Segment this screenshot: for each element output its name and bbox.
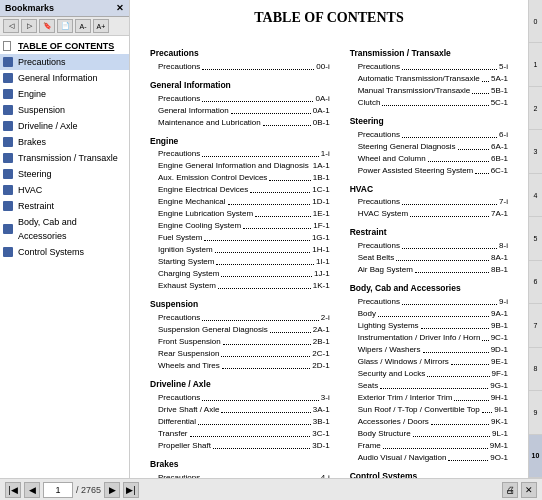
toc-item[interactable]: Precautions 7-i	[350, 196, 508, 208]
toc-item[interactable]: Air Bag System 8B-1	[350, 264, 508, 276]
toc-item[interactable]: Audio Visual / Navigation 9O-1	[350, 452, 508, 464]
toc-item[interactable]: Precautions 8-i	[350, 240, 508, 252]
toc-item[interactable]: Transfer 3C-1	[150, 428, 330, 440]
sidebar-item-restraint[interactable]: Restraint	[0, 198, 129, 214]
sidebar-item-hvac[interactable]: HVAC	[0, 182, 129, 198]
toc-item[interactable]: Precautions 9-i	[350, 296, 508, 308]
toc-item[interactable]: Precautions 5-i	[350, 61, 508, 73]
sidebar-item-toc[interactable]: TABLE OF CONTENTS	[0, 38, 129, 54]
toc-item[interactable]: Automatic Transmission/Transaxle 5A-1	[350, 73, 508, 85]
toc-item[interactable]: Instrumentation / Driver Info / Horn 9C-…	[350, 332, 508, 344]
close-icon[interactable]: ✕	[116, 3, 124, 13]
first-page-btn[interactable]: |◀	[5, 482, 21, 498]
right-tab-8[interactable]: 8	[529, 348, 542, 391]
toc-item[interactable]: Precautions 00-i	[150, 61, 330, 73]
bookmark-add-btn[interactable]: 🔖	[39, 19, 55, 33]
right-tab-4[interactable]: 4	[529, 174, 542, 217]
back-btn[interactable]: ◁	[3, 19, 19, 33]
toc-item[interactable]: Precautions 1-i	[150, 148, 330, 160]
right-tab-1[interactable]: 1	[529, 43, 542, 86]
right-tab-10[interactable]: 10	[529, 435, 542, 478]
toc-item[interactable]: HVAC System 7A-1	[350, 208, 508, 220]
toc-item[interactable]: Starting System 1I-1	[150, 256, 330, 268]
toc-item[interactable]: Precautions 3-i	[150, 392, 330, 404]
sidebar-item-brakes[interactable]: Brakes	[0, 134, 129, 150]
forward-btn[interactable]: ▷	[21, 19, 37, 33]
toc-item[interactable]: Seat Belts 8A-1	[350, 252, 508, 264]
toc-item[interactable]: General Information 0A-1	[150, 105, 330, 117]
toc-item[interactable]: Fuel System 1G-1	[150, 232, 330, 244]
text-smaller-btn[interactable]: A-	[75, 19, 91, 33]
toc-item[interactable]: Wipers / Washers 9D-1	[350, 344, 508, 356]
sidebar-item-suspension-label: Suspension	[18, 103, 65, 117]
text-larger-btn[interactable]: A+	[93, 19, 109, 33]
toc-item[interactable]: Precautions 0A-i	[150, 93, 330, 105]
book-icon-control	[3, 247, 15, 257]
last-page-btn[interactable]: ▶|	[123, 482, 139, 498]
close-btn[interactable]: ✕	[521, 482, 537, 498]
toc-item[interactable]: Aux. Emission Control Devices 1B-1	[150, 172, 330, 184]
print-btn[interactable]: 🖨	[502, 482, 518, 498]
book-icon-engine	[3, 89, 15, 99]
content-area: TABLE OF CONTENTS Precautions Precaution…	[130, 0, 528, 478]
right-tab-5[interactable]: 5	[529, 217, 542, 260]
toc-item[interactable]: Manual Transmission/Transaxle 5B-1	[350, 85, 508, 97]
toc-item[interactable]: Engine Mechanical 1D-1	[150, 196, 330, 208]
section-steering: Steering	[350, 115, 508, 128]
next-page-btn[interactable]: ▶	[104, 482, 120, 498]
toc-item[interactable]: Maintenance and Lubrication 0B-1	[150, 117, 330, 129]
page-input[interactable]	[43, 482, 73, 498]
toc-item[interactable]: Frame 9M-1	[350, 440, 508, 452]
sidebar-item-steering[interactable]: Steering	[0, 166, 129, 182]
right-tab-9[interactable]: 9	[529, 391, 542, 434]
sidebar-item-control-label: Control Systems	[18, 245, 84, 259]
sidebar-item-precautions[interactable]: Precautions	[0, 54, 129, 70]
toc-item[interactable]: Propeller Shaft 3D-1	[150, 440, 330, 452]
toc-item[interactable]: Engine Electrical Devices 1C-1	[150, 184, 330, 196]
right-tab-6[interactable]: 6	[529, 261, 542, 304]
toc-item[interactable]: Sun Roof / T-Top / Convertible Top 9I-1	[350, 404, 508, 416]
right-tab-0[interactable]: 0	[529, 0, 542, 43]
sidebar-item-driveline[interactable]: Driveline / Axle	[0, 118, 129, 134]
toc-item[interactable]: Security and Locks 9F-1	[350, 368, 508, 380]
toc-item[interactable]: Body Structure 9L-1	[350, 428, 508, 440]
toc-item[interactable]: Charging System 1J-1	[150, 268, 330, 280]
toc-item[interactable]: Engine Lubrication System 1E-1	[150, 208, 330, 220]
right-tab-3[interactable]: 3	[529, 130, 542, 173]
toc-item[interactable]: Rear Suspension 2C-1	[150, 348, 330, 360]
toc-item[interactable]: Steering General Diagnosis 6A-1	[350, 141, 508, 153]
toc-item[interactable]: Engine Cooling System 1F-1	[150, 220, 330, 232]
prev-page-btn[interactable]: ◀	[24, 482, 40, 498]
sidebar-item-body-cab[interactable]: Body, Cab and Accessories	[0, 214, 129, 244]
toc-item[interactable]: Differential 3B-1	[150, 416, 330, 428]
right-tab-7[interactable]: 7	[529, 304, 542, 347]
sidebar-item-transmission[interactable]: Transmission / Transaxle	[0, 150, 129, 166]
sidebar-item-transmission-label: Transmission / Transaxle	[18, 151, 118, 165]
sidebar-item-general-info[interactable]: General Information	[0, 70, 129, 86]
right-tab-2[interactable]: 2	[529, 87, 542, 130]
toc-item[interactable]: Front Suspension 2B-1	[150, 336, 330, 348]
toc-item[interactable]: Body 9A-1	[350, 308, 508, 320]
toc-item[interactable]: Ignition System 1H-1	[150, 244, 330, 256]
toc-item[interactable]: Exhaust System 1K-1	[150, 280, 330, 292]
toc-item[interactable]: Wheel and Column 6B-1	[350, 153, 508, 165]
toc-item[interactable]: Glass / Windows / Mirrors 9E-1	[350, 356, 508, 368]
toc-item[interactable]: Clutch 5C-1	[350, 97, 508, 109]
toc-item[interactable]: Lighting Systems 9B-1	[350, 320, 508, 332]
toc-item[interactable]: Suspension General Diagnosis 2A-1	[150, 324, 330, 336]
toc-item[interactable]: Precautions 6-i	[350, 129, 508, 141]
toc-item[interactable]: Exterior Trim / Interior Trim 9H-1	[350, 392, 508, 404]
sidebar-item-control[interactable]: Control Systems	[0, 244, 129, 260]
sidebar-item-suspension[interactable]: Suspension	[0, 102, 129, 118]
toc-item[interactable]: Precautions 2-i	[150, 312, 330, 324]
section-brakes: Brakes	[150, 458, 330, 471]
bookmark-type-btn[interactable]: 📄	[57, 19, 73, 33]
toc-item[interactable]: Accessories / Doors 9K-1	[350, 416, 508, 428]
toc-item[interactable]: Drive Shaft / Axle 3A-1	[150, 404, 330, 416]
toc-item[interactable]: Power Assisted Steering System 6C-1	[350, 165, 508, 177]
sidebar-item-engine[interactable]: Engine	[0, 86, 129, 102]
toc-item[interactable]: Seats 9G-1	[350, 380, 508, 392]
toc-item[interactable]: Engine General Information and Diagnosis…	[150, 160, 330, 172]
toc-item[interactable]: Wheels and Tires 2D-1	[150, 360, 330, 372]
book-icon-driveline	[3, 121, 15, 131]
